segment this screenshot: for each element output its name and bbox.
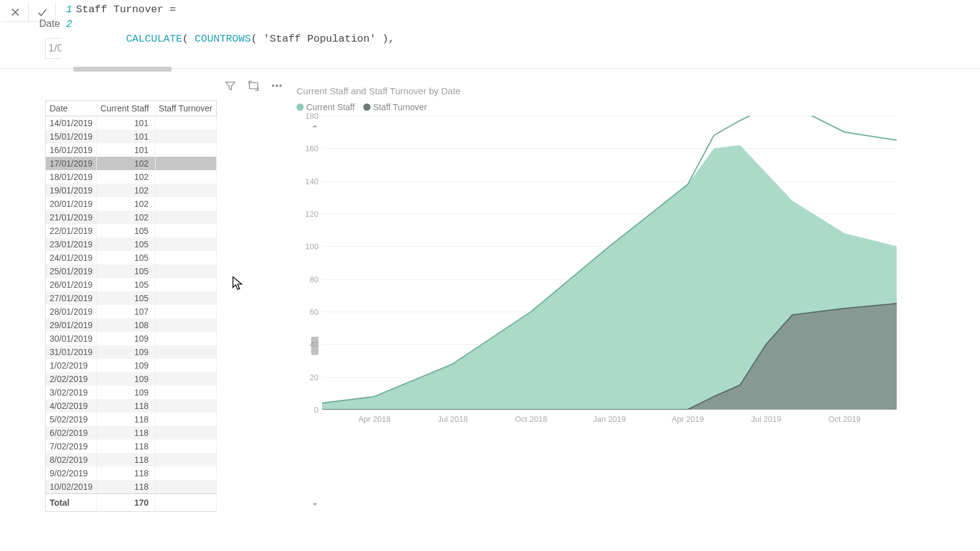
table-header-date[interactable]: Date [46,101,97,116]
x-tick-label: Oct 2018 [515,414,548,424]
table-row[interactable]: 6/02/2019118 [46,426,217,440]
table-header-current-staff[interactable]: Current Staff [97,101,155,116]
y-tick-label: 140 [305,176,318,186]
x-tick-label: Jul 2019 [751,414,781,424]
x-tick-label: Jul 2018 [438,414,468,424]
table-row[interactable]: 29/01/2019108 [46,318,217,332]
x-tick-label: Jan 2019 [593,414,626,424]
table-row[interactable]: 21/01/2019102 [46,211,217,224]
x-tick-label: Oct 2019 [828,414,861,424]
table-row[interactable]: 30/01/2019109 [46,332,217,345]
table-total-label: Total [46,494,97,512]
table-row[interactable]: 18/01/2019102 [46,170,217,184]
formula-horizontal-scrollbar[interactable] [74,67,172,72]
table-row[interactable]: 16/01/2019101 [46,143,217,157]
chart-plot-area [322,116,897,410]
table-row[interactable]: 31/01/2019109 [46,345,217,359]
table-row[interactable]: 1/02/2019109 [46,359,217,372]
table-row[interactable]: 7/02/2019118 [46,440,217,453]
x-tick-label: Apr 2019 [672,414,704,424]
chart-legend: Current Staff Staff Turnover [296,102,968,112]
table-row[interactable]: 26/01/2019105 [46,278,217,291]
y-tick-label: 40 [310,340,318,349]
y-tick-label: 120 [305,209,318,219]
table-row[interactable]: 4/02/2019118 [46,399,217,413]
table-row[interactable]: 2/02/2019109 [46,372,217,386]
y-tick-label: 0 [314,405,318,414]
table-visual[interactable]: Date Current Staff Staff Turnover 14/01/… [45,82,272,512]
focus-mode-icon[interactable] [246,78,261,93]
legend-swatch-staff-turnover [363,103,371,111]
formula-line-2: CALCULATE( COUNTROWS( 'Staff Population'… [76,17,394,61]
table-row[interactable]: 27/01/2019105 [46,291,217,305]
table-header-row[interactable]: Date Current Staff Staff Turnover [46,101,217,116]
formula-line-1: Staff Turnover = [76,2,176,17]
table-row[interactable]: 9/02/2019118 [46,467,217,480]
y-tick-label: 160 [305,144,318,153]
slicer-field-label: Date [39,18,60,29]
table-row[interactable]: 22/01/2019105 [46,224,217,238]
y-tick-label: 20 [310,372,318,381]
y-tick-label: 60 [310,307,318,317]
table-row[interactable]: 23/01/2019105 [46,238,217,251]
x-tick-label: Apr 2018 [358,414,391,424]
table-row[interactable]: 5/02/2019118 [46,413,217,426]
area-chart-visual[interactable]: Current Staff and Staff Turnover by Date… [296,82,968,434]
legend-swatch-current-staff [296,103,304,111]
chart-title: Current Staff and Staff Turnover by Date [296,86,968,96]
chart-y-axis: 020406080100120140160180 [296,116,321,410]
legend-staff-turnover[interactable]: Staff Turnover [363,102,427,112]
y-tick-label: 100 [305,242,318,251]
scroll-down-icon[interactable] [310,500,320,509]
dax-formula-editor[interactable]: 1 Staff Turnover = 2 CALCULATE( COUNTROW… [61,2,978,61]
cancel-button[interactable] [2,2,29,22]
y-tick-label: 180 [305,111,318,121]
table-row[interactable]: 28/01/2019107 [46,305,217,318]
table-row[interactable]: 3/02/2019109 [46,386,217,399]
chart-plot: 020406080100120140160180 Apr 2018Jul 201… [296,116,897,434]
formula-bar-region: Date 1/06/ 1 Staff Turnover = 2 CALCULAT… [0,0,980,69]
table-row[interactable]: 10/02/2019118 [46,480,217,494]
table-row[interactable]: 14/01/2019101 [46,116,217,130]
table-row[interactable]: 24/01/2019105 [46,251,217,264]
table-row[interactable]: 20/01/2019102 [46,197,217,211]
table-row[interactable]: 15/01/2019101 [46,130,217,143]
table-row[interactable]: 25/01/2019105 [46,264,217,278]
svg-rect-0 [249,83,257,89]
filter-icon[interactable] [223,78,238,93]
table-row[interactable]: 17/01/2019102 [46,157,217,170]
table-header-staff-turnover[interactable]: Staff Turnover [155,101,216,116]
y-tick-label: 80 [310,274,318,283]
more-options-icon[interactable] [270,78,284,93]
table-total-value: 170 [97,494,155,512]
table-total-row: Total 170 [46,494,217,512]
table-row[interactable]: 19/01/2019102 [46,184,217,197]
chart-x-axis: Apr 2018Jul 2018Oct 2018Jan 2019Apr 2019… [322,410,897,434]
table-row[interactable]: 8/02/2019118 [46,453,217,467]
